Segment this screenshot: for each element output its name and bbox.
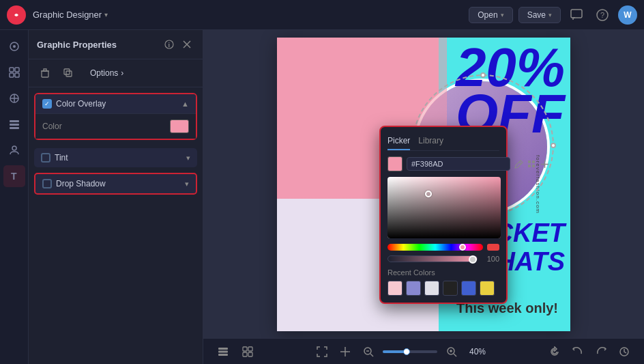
recent-swatch-1[interactable] (387, 281, 402, 296)
info-icon[interactable]: i (162, 37, 177, 52)
sidebar-item-people[interactable] (3, 139, 25, 161)
refresh-button[interactable] (546, 343, 564, 361)
history-button[interactable] (615, 343, 633, 361)
svg-rect-29 (528, 165, 531, 167)
svg-rect-35 (218, 348, 228, 350)
svg-rect-9 (15, 73, 19, 77)
picker-current-swatch[interactable] (387, 156, 402, 171)
recent-swatch-4[interactable] (443, 281, 458, 296)
picker-tab-library[interactable]: Library (418, 134, 443, 150)
svg-rect-38 (243, 352, 247, 356)
color-row: Color (35, 113, 196, 139)
close-icon[interactable] (179, 37, 194, 52)
topbar-actions: Open ▾ Save ▾ ? W (469, 5, 637, 25)
svg-point-16 (12, 146, 16, 150)
zoom-value: 40% (466, 347, 489, 356)
svg-rect-25 (64, 69, 70, 74)
opacity-slider[interactable] (387, 255, 478, 262)
picker-tab-picker[interactable]: Picker (387, 134, 410, 150)
sidebar-item-logo[interactable] (3, 36, 25, 57)
picker-hex-input[interactable] (407, 157, 510, 171)
svg-rect-33 (218, 354, 228, 356)
topbar: Graphic Designer ▾ Open ▾ Save ▾ ? W (0, 0, 644, 30)
tint-checkbox[interactable] (41, 153, 50, 163)
sidebar-item-effects[interactable] (3, 87, 25, 109)
svg-rect-34 (218, 350, 228, 352)
undo-button[interactable] (569, 343, 587, 361)
svg-rect-37 (248, 347, 252, 351)
eyedropper-icon[interactable] (514, 156, 523, 171)
gradient-cursor (425, 191, 432, 197)
alpha-swatch (487, 244, 499, 251)
svg-rect-36 (243, 347, 247, 351)
properties-panel: Graphic Properties i Options › (29, 30, 203, 364)
zoom-in-button[interactable] (443, 343, 460, 361)
canvas-area: Picker Library (203, 30, 644, 364)
grid-toggle-button[interactable] (239, 343, 257, 361)
recent-swatch-5[interactable] (461, 281, 476, 296)
color-swatch[interactable] (170, 120, 189, 133)
svg-rect-15 (10, 127, 19, 129)
chat-button[interactable] (566, 5, 587, 25)
drop-shadow-section: Drop Shadow ▾ (34, 173, 197, 195)
bottom-center-zoom: 40% (313, 343, 489, 361)
svg-text:T: T (11, 171, 17, 182)
svg-rect-7 (15, 68, 19, 72)
copy-tool-button[interactable] (59, 64, 78, 83)
svg-rect-13 (10, 120, 19, 122)
shadow-collapse-icon[interactable]: ▾ (185, 180, 189, 188)
tint-header[interactable]: Tint ▾ (34, 148, 197, 167)
color-gradient-picker[interactable] (387, 177, 501, 238)
sidebar-item-text[interactable]: T (3, 165, 25, 187)
drop-shadow-checkbox[interactable] (42, 179, 52, 188)
props-toolbar: Options › (29, 59, 203, 87)
hue-slider[interactable] (387, 244, 483, 251)
props-title: Graphic Properties (37, 40, 117, 50)
help-button[interactable]: ? (592, 5, 613, 25)
fit-canvas-button[interactable] (313, 343, 331, 361)
svg-rect-8 (10, 73, 14, 77)
add-color-icon[interactable] (540, 156, 549, 171)
hue-slider-row (387, 244, 499, 251)
drop-shadow-header[interactable]: Drop Shadow ▾ (35, 174, 196, 193)
sidebar-item-blocks[interactable] (3, 113, 25, 135)
svg-rect-39 (248, 352, 252, 356)
tint-collapse-icon[interactable]: ▾ (186, 154, 190, 163)
svg-text:i: i (169, 42, 171, 48)
options-button[interactable]: Options › (85, 66, 129, 80)
bottom-right-history (546, 343, 633, 361)
picker-hex-row (387, 156, 499, 171)
project-title[interactable]: Graphic Designer ▾ (33, 10, 111, 20)
grid-colors-icon[interactable] (527, 156, 536, 171)
recent-colors-label: Recent Colors (387, 268, 499, 277)
save-caret-icon: ▾ (548, 12, 552, 18)
canvas-container[interactable]: Picker Library (203, 30, 644, 338)
drop-shadow-label: Drop Shadow (56, 179, 181, 188)
sidebar-item-grid[interactable] (3, 61, 25, 83)
bottom-bar: 40% (203, 338, 644, 364)
collapse-icon[interactable]: ▲ (181, 100, 189, 108)
app-logo[interactable] (7, 5, 26, 25)
zoom-out-button[interactable] (360, 343, 377, 361)
save-button[interactable]: Save ▾ (518, 7, 561, 23)
recent-swatch-2[interactable] (406, 281, 421, 296)
open-button[interactable]: Open ▾ (469, 7, 512, 23)
color-overlay-header[interactable]: ✓ Color Overlay ▲ (35, 94, 196, 113)
main-layout: T Graphic Properties i Options › (0, 30, 644, 364)
svg-rect-24 (66, 71, 72, 76)
tint-section: Tint ▾ (34, 148, 197, 167)
svg-rect-27 (528, 160, 531, 163)
recent-swatches (387, 281, 499, 296)
redo-button[interactable] (592, 343, 610, 361)
color-overlay-checkbox[interactable]: ✓ (42, 99, 52, 109)
picker-tabs: Picker Library (387, 134, 499, 151)
expand-canvas-button[interactable] (336, 343, 354, 361)
svg-rect-1 (571, 10, 582, 18)
zoom-slider[interactable] (383, 350, 437, 353)
recent-swatch-6[interactable] (480, 281, 495, 296)
svg-line-26 (519, 162, 521, 164)
recent-swatch-3[interactable] (424, 281, 439, 296)
delete-tool-button[interactable] (35, 64, 55, 83)
layers-toggle-button[interactable] (214, 343, 232, 361)
avatar[interactable]: W (618, 5, 637, 25)
